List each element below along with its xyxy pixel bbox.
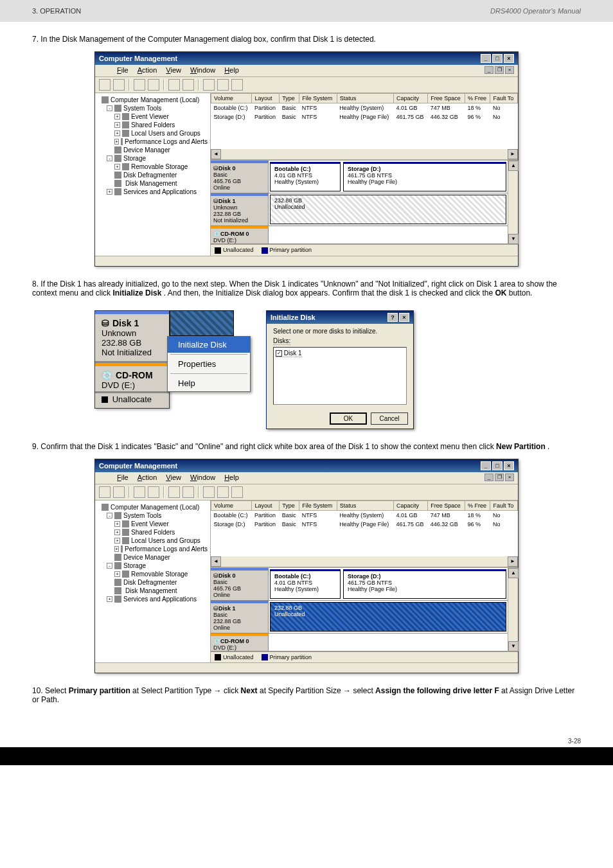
nav-tree[interactable]: Computer Management (Local) -System Tool… [95, 93, 211, 256]
tree-services[interactable]: +Services and Applications [98, 188, 208, 196]
tree-devmgr[interactable]: Device Manager [98, 553, 208, 562]
disk1-selected-part[interactable] [170, 310, 234, 336]
mdi-close[interactable]: × [505, 474, 514, 481]
tree-event[interactable]: +Event Viewer [98, 520, 208, 528]
disk1-area[interactable]: ⛁Disk 1 Basic232.88 GBOnline 232.88 GBUn… [211, 601, 508, 633]
mdi-restore[interactable]: ❐ [495, 66, 504, 74]
tool-forward[interactable] [113, 79, 125, 91]
disk0-partd[interactable]: Storage (D:)461.75 GB NTFSHealthy (Page … [343, 162, 506, 191]
tool-refresh[interactable] [168, 486, 180, 498]
tree-diskmgmt[interactable]: Disk Management [98, 179, 208, 188]
tool-forward[interactable] [113, 486, 125, 498]
menu-file[interactable]: File [117, 474, 129, 483]
cdrom-area[interactable]: 💿CD-ROM 0 DVD (E:) [211, 633, 508, 651]
disk0-area[interactable]: ⛁Disk 0 Basic465.76 GBOnline Bootable (C… [211, 568, 508, 601]
col-pctfree[interactable]: % Free [465, 94, 490, 103]
tree-systools[interactable]: -System Tools [98, 104, 208, 112]
tree-perf[interactable]: +Performance Logs and Alerts [98, 545, 208, 553]
tree-shared[interactable]: +Shared Folders [98, 528, 208, 536]
tool-back[interactable] [99, 79, 111, 91]
tree-removable[interactable]: +Removable Storage [98, 163, 208, 171]
tree-shared[interactable]: +Shared Folders [98, 121, 208, 129]
mdi-close[interactable]: × [505, 66, 514, 74]
maximize-button[interactable]: □ [492, 461, 502, 470]
disk1-checkbox[interactable]: ✓ [276, 350, 282, 357]
initdlg-cancel-button[interactable]: Cancel [371, 412, 408, 425]
minimize-button[interactable]: _ [481, 54, 491, 63]
col-capacity[interactable]: Capacity [394, 94, 428, 103]
tool-extra2[interactable] [231, 79, 243, 91]
menu-help[interactable]: Help [224, 474, 239, 483]
tool-export[interactable] [182, 486, 194, 498]
disk1-unallocated-selected[interactable]: 232.88 GBUnallocated [270, 602, 506, 632]
ctx-properties[interactable]: Properties [168, 356, 250, 372]
mdi-restore[interactable]: ❐ [495, 474, 504, 481]
mdi-minimize[interactable]: _ [484, 474, 493, 481]
tree-defrag[interactable]: Disk Defragmenter [98, 578, 208, 587]
tree-devmgr[interactable]: Device Manager [98, 146, 208, 154]
disk0-partd[interactable]: Storage (D:)461.75 GB NTFSHealthy (Page … [343, 569, 506, 599]
volume-table[interactable]: Volume Layout Type File System Status Ca… [211, 93, 518, 121]
maximize-button[interactable]: □ [492, 54, 502, 63]
disk1-list-item[interactable]: Disk 1 [284, 350, 302, 357]
volume-row[interactable]: Bootable (C:)PartitionBasicNTFSHealthy (… [211, 510, 518, 520]
initdlg-ok-button[interactable]: OK [330, 412, 367, 425]
col-free[interactable]: Free Space [428, 94, 465, 103]
ctx-help[interactable]: Help [168, 375, 250, 391]
tool-up[interactable] [134, 79, 145, 91]
close-button[interactable]: × [504, 54, 514, 63]
mdi-minimize[interactable]: _ [484, 66, 493, 74]
tool-help[interactable] [203, 486, 215, 498]
col-fault[interactable]: Fault To [490, 500, 518, 510]
hscroll-left[interactable]: ◄ [211, 556, 221, 567]
menu-action[interactable]: Action [138, 474, 157, 483]
cdrom-area[interactable]: 💿CD-ROM 0 DVD (E:) [211, 226, 508, 244]
tree-diskmgmt[interactable]: Disk Management [98, 587, 208, 595]
close-button[interactable]: × [504, 461, 514, 470]
col-type[interactable]: Type [280, 500, 299, 510]
col-layout[interactable]: Layout [252, 94, 280, 103]
tree-storage[interactable]: -Storage [98, 154, 208, 163]
disk0-area[interactable]: ⛁Disk 0 Basic465.76 GBOnline Bootable (C… [211, 161, 508, 193]
volume-row[interactable]: Storage (D:)PartitionBasicNTFSHealthy (P… [211, 520, 518, 529]
initdlg-help-button[interactable]: ? [387, 313, 398, 322]
tool-show[interactable] [148, 486, 159, 498]
col-fs[interactable]: File System [299, 500, 337, 510]
tree-event[interactable]: +Event Viewer [98, 112, 208, 121]
col-free[interactable]: Free Space [428, 500, 465, 510]
tree-storage[interactable]: -Storage [98, 562, 208, 570]
vscroll-up[interactable]: ▲ [508, 568, 519, 578]
tree-removable[interactable]: +Removable Storage [98, 570, 208, 578]
disk1-area[interactable]: ⛁Disk 1 Unknown232.88 GBNot Initialized … [211, 193, 508, 226]
tool-up[interactable] [134, 486, 145, 498]
tool-refresh[interactable] [168, 79, 180, 91]
col-volume[interactable]: Volume [211, 94, 252, 103]
tree-users[interactable]: +Local Users and Groups [98, 536, 208, 545]
initdlg-close-button[interactable]: × [399, 313, 409, 322]
hscroll-left[interactable]: ◄ [211, 149, 221, 159]
tool-export[interactable] [182, 79, 194, 91]
menu-window[interactable]: Window [190, 66, 215, 75]
col-capacity[interactable]: Capacity [394, 500, 428, 510]
vscroll-down[interactable]: ▼ [508, 641, 519, 651]
tree-root[interactable]: Computer Management (Local) [98, 96, 208, 104]
tool-extra1[interactable] [217, 486, 229, 498]
tool-back[interactable] [99, 486, 111, 498]
tree-users[interactable]: +Local Users and Groups [98, 129, 208, 137]
col-fault[interactable]: Fault To [490, 94, 518, 103]
tree-defrag[interactable]: Disk Defragmenter [98, 171, 208, 179]
disk1-unallocated[interactable]: 232.88 GBUnallocated [270, 195, 506, 224]
col-type[interactable]: Type [280, 94, 299, 103]
col-status[interactable]: Status [337, 500, 393, 510]
initdlg-disk-list[interactable]: ✓ Disk 1 [273, 347, 407, 405]
minimize-button[interactable]: _ [481, 461, 491, 470]
col-volume[interactable]: Volume [211, 500, 252, 510]
hscroll-right[interactable]: ► [508, 556, 518, 567]
menu-view[interactable]: View [166, 474, 181, 483]
menu-window[interactable]: Window [190, 474, 215, 483]
volume-row[interactable]: Storage (D:)PartitionBasicNTFSHealthy (P… [211, 112, 518, 121]
menu-action[interactable]: Action [138, 66, 157, 75]
menu-view[interactable]: View [166, 66, 181, 75]
menu-help[interactable]: Help [224, 66, 239, 75]
volume-table[interactable]: Volume Layout Type File System Status Ca… [211, 500, 518, 529]
